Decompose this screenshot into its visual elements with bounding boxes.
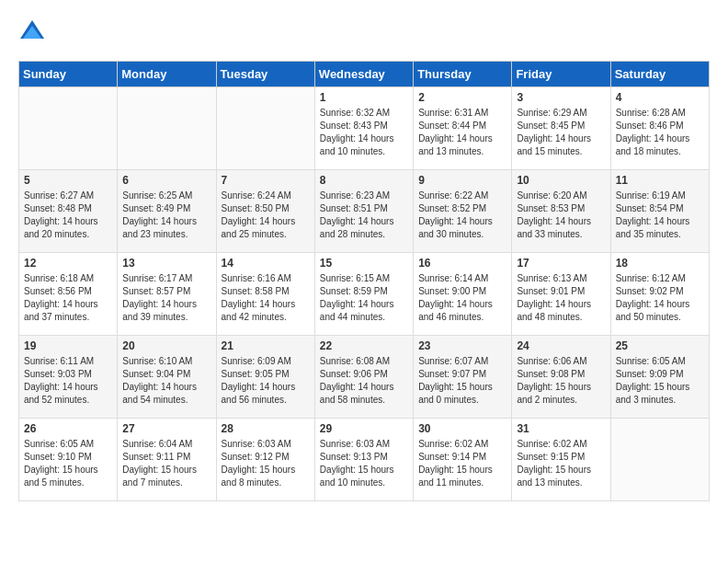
day-content: Sunrise: 6:06 AM Sunset: 9:08 PM Dayligh… — [517, 355, 605, 407]
day-number: 13 — [122, 257, 210, 270]
day-cell: 25Sunrise: 6:05 AM Sunset: 9:09 PM Dayli… — [610, 336, 709, 419]
day-number: 30 — [418, 422, 506, 435]
header-row: SundayMondayTuesdayWednesdayThursdayFrid… — [19, 62, 710, 87]
header-sunday: Sunday — [19, 62, 118, 87]
header-monday: Monday — [118, 62, 216, 87]
day-content: Sunrise: 6:32 AM Sunset: 8:43 PM Dayligh… — [320, 107, 408, 158]
header-tuesday: Tuesday — [216, 62, 314, 87]
header-wednesday: Wednesday — [314, 62, 413, 87]
day-number: 10 — [517, 174, 605, 187]
calendar-body: 1Sunrise: 6:32 AM Sunset: 8:43 PM Daylig… — [19, 87, 710, 501]
day-cell: 28Sunrise: 6:03 AM Sunset: 9:12 PM Dayli… — [216, 419, 314, 501]
calendar-table: SundayMondayTuesdayWednesdayThursdayFrid… — [18, 61, 710, 501]
day-content: Sunrise: 6:10 AM Sunset: 9:04 PM Dayligh… — [122, 355, 210, 407]
day-content: Sunrise: 6:05 AM Sunset: 9:09 PM Dayligh… — [616, 355, 704, 407]
week-row-4: 19Sunrise: 6:11 AM Sunset: 9:03 PM Dayli… — [19, 336, 710, 419]
day-number: 5 — [24, 174, 112, 187]
day-content: Sunrise: 6:12 AM Sunset: 9:02 PM Dayligh… — [616, 272, 704, 324]
week-row-5: 26Sunrise: 6:05 AM Sunset: 9:10 PM Dayli… — [19, 419, 710, 501]
day-content: Sunrise: 6:24 AM Sunset: 8:50 PM Dayligh… — [222, 190, 310, 241]
day-number: 20 — [122, 339, 210, 352]
day-content: Sunrise: 6:19 AM Sunset: 8:54 PM Dayligh… — [616, 190, 704, 241]
day-content: Sunrise: 6:29 AM Sunset: 8:45 PM Dayligh… — [517, 107, 605, 158]
day-number: 15 — [320, 257, 408, 270]
logo — [18, 18, 50, 46]
day-cell: 23Sunrise: 6:07 AM Sunset: 9:07 PM Dayli… — [414, 336, 512, 419]
day-content: Sunrise: 6:09 AM Sunset: 9:05 PM Dayligh… — [222, 355, 310, 407]
day-cell: 17Sunrise: 6:13 AM Sunset: 9:01 PM Dayli… — [512, 253, 610, 336]
day-cell: 7Sunrise: 6:24 AM Sunset: 8:50 PM Daylig… — [216, 170, 314, 253]
day-number: 1 — [320, 91, 408, 104]
day-cell — [216, 87, 314, 170]
day-content: Sunrise: 6:05 AM Sunset: 9:10 PM Dayligh… — [24, 438, 112, 489]
day-cell: 30Sunrise: 6:02 AM Sunset: 9:14 PM Dayli… — [414, 419, 512, 501]
day-cell: 21Sunrise: 6:09 AM Sunset: 9:05 PM Dayli… — [216, 336, 314, 419]
day-number: 16 — [418, 257, 506, 270]
day-number: 25 — [616, 339, 704, 352]
day-number: 11 — [616, 174, 704, 187]
day-cell — [19, 87, 118, 170]
day-cell: 4Sunrise: 6:28 AM Sunset: 8:46 PM Daylig… — [610, 87, 709, 170]
day-number: 22 — [320, 339, 408, 352]
day-content: Sunrise: 6:08 AM Sunset: 9:06 PM Dayligh… — [320, 355, 408, 407]
day-cell: 29Sunrise: 6:03 AM Sunset: 9:13 PM Dayli… — [314, 419, 413, 501]
day-number: 27 — [122, 422, 210, 435]
day-number: 8 — [320, 174, 408, 187]
day-number: 31 — [517, 422, 605, 435]
day-number: 2 — [418, 91, 506, 104]
day-cell: 14Sunrise: 6:16 AM Sunset: 8:58 PM Dayli… — [216, 253, 314, 336]
header-saturday: Saturday — [610, 62, 709, 87]
logo-icon — [18, 18, 46, 46]
day-content: Sunrise: 6:20 AM Sunset: 8:53 PM Dayligh… — [517, 190, 605, 241]
day-cell: 12Sunrise: 6:18 AM Sunset: 8:56 PM Dayli… — [19, 253, 118, 336]
day-cell: 2Sunrise: 6:31 AM Sunset: 8:44 PM Daylig… — [414, 87, 512, 170]
day-number: 29 — [320, 422, 408, 435]
day-cell: 6Sunrise: 6:25 AM Sunset: 8:49 PM Daylig… — [118, 170, 216, 253]
day-cell: 22Sunrise: 6:08 AM Sunset: 9:06 PM Dayli… — [314, 336, 413, 419]
day-number: 23 — [418, 339, 506, 352]
day-content: Sunrise: 6:13 AM Sunset: 9:01 PM Dayligh… — [517, 272, 605, 324]
day-cell: 18Sunrise: 6:12 AM Sunset: 9:02 PM Dayli… — [610, 253, 709, 336]
day-cell: 26Sunrise: 6:05 AM Sunset: 9:10 PM Dayli… — [19, 419, 118, 501]
day-cell: 24Sunrise: 6:06 AM Sunset: 9:08 PM Dayli… — [512, 336, 610, 419]
header-friday: Friday — [512, 62, 610, 87]
day-number: 21 — [222, 339, 310, 352]
day-content: Sunrise: 6:25 AM Sunset: 8:49 PM Dayligh… — [122, 190, 210, 241]
day-content: Sunrise: 6:11 AM Sunset: 9:03 PM Dayligh… — [24, 355, 112, 407]
day-number: 26 — [24, 422, 112, 435]
day-content: Sunrise: 6:22 AM Sunset: 8:52 PM Dayligh… — [418, 190, 506, 241]
day-content: Sunrise: 6:31 AM Sunset: 8:44 PM Dayligh… — [418, 107, 506, 158]
day-content: Sunrise: 6:15 AM Sunset: 8:59 PM Dayligh… — [320, 272, 408, 324]
page-header — [18, 18, 710, 46]
day-number: 17 — [517, 257, 605, 270]
day-content: Sunrise: 6:02 AM Sunset: 9:15 PM Dayligh… — [517, 438, 605, 489]
day-content: Sunrise: 6:03 AM Sunset: 9:13 PM Dayligh… — [320, 438, 408, 489]
day-content: Sunrise: 6:17 AM Sunset: 8:57 PM Dayligh… — [122, 272, 210, 324]
day-number: 3 — [517, 91, 605, 104]
day-number: 9 — [418, 174, 506, 187]
day-cell: 15Sunrise: 6:15 AM Sunset: 8:59 PM Dayli… — [314, 253, 413, 336]
header-thursday: Thursday — [414, 62, 512, 87]
day-content: Sunrise: 6:02 AM Sunset: 9:14 PM Dayligh… — [418, 438, 506, 489]
day-number: 19 — [24, 339, 112, 352]
day-number: 24 — [517, 339, 605, 352]
day-number: 6 — [122, 174, 210, 187]
day-number: 28 — [222, 422, 310, 435]
day-cell: 11Sunrise: 6:19 AM Sunset: 8:54 PM Dayli… — [610, 170, 709, 253]
day-content: Sunrise: 6:18 AM Sunset: 8:56 PM Dayligh… — [24, 272, 112, 324]
day-cell: 20Sunrise: 6:10 AM Sunset: 9:04 PM Dayli… — [118, 336, 216, 419]
week-row-1: 1Sunrise: 6:32 AM Sunset: 8:43 PM Daylig… — [19, 87, 710, 170]
day-cell: 10Sunrise: 6:20 AM Sunset: 8:53 PM Dayli… — [512, 170, 610, 253]
day-cell: 31Sunrise: 6:02 AM Sunset: 9:15 PM Dayli… — [512, 419, 610, 501]
day-number: 14 — [222, 257, 310, 270]
day-cell: 1Sunrise: 6:32 AM Sunset: 8:43 PM Daylig… — [314, 87, 413, 170]
day-cell: 8Sunrise: 6:23 AM Sunset: 8:51 PM Daylig… — [314, 170, 413, 253]
day-content: Sunrise: 6:16 AM Sunset: 8:58 PM Dayligh… — [222, 272, 310, 324]
day-cell: 19Sunrise: 6:11 AM Sunset: 9:03 PM Dayli… — [19, 336, 118, 419]
day-number: 12 — [24, 257, 112, 270]
day-cell: 27Sunrise: 6:04 AM Sunset: 9:11 PM Dayli… — [118, 419, 216, 501]
day-content: Sunrise: 6:14 AM Sunset: 9:00 PM Dayligh… — [418, 272, 506, 324]
day-number: 7 — [222, 174, 310, 187]
day-number: 18 — [616, 257, 704, 270]
week-row-3: 12Sunrise: 6:18 AM Sunset: 8:56 PM Dayli… — [19, 253, 710, 336]
